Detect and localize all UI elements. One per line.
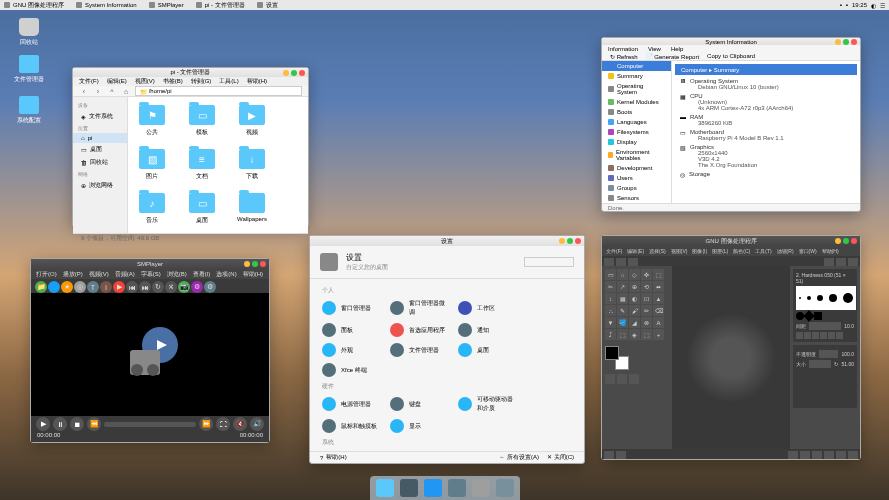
folder-item[interactable]: ♪音乐 (136, 193, 168, 225)
tool-button[interactable]: ○ (617, 269, 628, 280)
tool-button[interactable]: ⊗ (641, 317, 652, 328)
menu-view[interactable]: 视图(V) (671, 248, 688, 254)
minimize-button[interactable] (244, 261, 250, 267)
menu-browse[interactable]: 浏览(B) (167, 270, 187, 279)
open-file-button[interactable]: 📁 (35, 281, 47, 293)
tree-item[interactable]: Summary (602, 71, 671, 81)
menu-tools[interactable]: 工具(L) (219, 77, 238, 86)
menu-subtitle[interactable]: 字幕(S) (141, 270, 161, 279)
tab-button[interactable] (848, 258, 858, 266)
dock-item-browser[interactable] (424, 479, 442, 497)
equalizer-button[interactable]: ⚙ (191, 281, 203, 293)
tool-button[interactable]: ⬌ (653, 281, 664, 292)
back-button[interactable]: ‹ (79, 86, 89, 96)
opacity-slider[interactable] (819, 350, 838, 358)
settings-item[interactable]: 面板 (322, 321, 382, 339)
close-button[interactable] (260, 261, 266, 267)
tool-option[interactable] (629, 374, 639, 384)
menu-help[interactable]: Help (671, 46, 683, 52)
tool-button[interactable]: ✜ (641, 269, 652, 280)
tool-button[interactable]: ⬚ (617, 329, 628, 340)
tool-button[interactable]: ⬚ (653, 269, 664, 280)
menu-bookmarks[interactable]: 书签(B) (163, 77, 183, 86)
stop-button[interactable]: ⏹ (70, 417, 84, 431)
maximize-button[interactable] (567, 238, 573, 244)
menu-view[interactable]: 视图(V) (135, 77, 155, 86)
panel-button[interactable] (836, 332, 843, 339)
close-button[interactable]: ✕ 关闭(C) (547, 453, 574, 462)
status-button[interactable] (616, 451, 626, 459)
titlebar[interactable]: 设置 (310, 236, 584, 246)
mute-button[interactable]: 🔇 (233, 417, 247, 431)
tree-item[interactable]: Boots (602, 107, 671, 117)
settings-item[interactable]: 窗口管理器 (322, 297, 382, 319)
spacing-slider[interactable] (809, 322, 841, 330)
prev-button[interactable]: ⏮ (126, 281, 138, 293)
status-button[interactable] (812, 451, 822, 459)
volume-button[interactable]: 🔊 (250, 417, 264, 431)
tool-button[interactable]: ▭ (605, 269, 616, 280)
menu-info[interactable]: Information (608, 46, 638, 52)
maximize-button[interactable] (291, 70, 297, 76)
menu-help[interactable]: 帮助(H) (247, 77, 267, 86)
close-button[interactable] (575, 238, 581, 244)
fg-color[interactable] (605, 346, 619, 360)
settings-item[interactable]: 外观 (322, 341, 382, 359)
minimize-button[interactable] (283, 70, 289, 76)
tool-button[interactable]: ▲ (653, 293, 664, 304)
pause-button[interactable]: ⏸ (53, 417, 67, 431)
menu-video[interactable]: 视频(V) (89, 270, 109, 279)
tree-item[interactable]: Environment Variables (602, 147, 671, 163)
path-bar[interactable]: 📁 /home/pi (135, 86, 302, 96)
tool-button[interactable]: ⊡ (641, 293, 652, 304)
color-swatches[interactable] (605, 346, 629, 370)
video-area[interactable] (31, 293, 269, 416)
size-slider[interactable] (809, 360, 831, 368)
menu-view[interactable]: View (648, 46, 661, 52)
folder-item[interactable]: ▧图片 (136, 149, 168, 181)
menu-edit[interactable]: 编辑(E) (627, 248, 644, 254)
tool-button[interactable]: ⊕ (629, 281, 640, 292)
close-button[interactable] (299, 70, 305, 76)
tool-button[interactable]: A (653, 317, 664, 328)
prefs-button[interactable]: ⚙ (204, 281, 216, 293)
copy-button[interactable]: Copy to Clipboard (707, 53, 755, 59)
sidebar-item-trash[interactable]: 🗑 回收站 (73, 156, 127, 169)
menu-view[interactable]: 查看(I) (193, 270, 211, 279)
tab-button[interactable] (824, 258, 834, 266)
status-button[interactable] (836, 451, 846, 459)
brush-preview[interactable] (796, 286, 856, 310)
dock-item-fm[interactable] (376, 479, 394, 497)
tab-button[interactable] (616, 258, 626, 266)
folder-item[interactable]: ⚑公共 (136, 105, 168, 137)
menu-file[interactable]: 文件(F) (79, 77, 99, 86)
tool-button[interactable]: ▦ (617, 293, 628, 304)
tool-button[interactable]: ∴ (605, 305, 616, 316)
close-button[interactable] (851, 238, 857, 244)
panel-button[interactable] (820, 332, 827, 339)
panel-button[interactable] (796, 332, 803, 339)
menu-options[interactable]: 选项(N) (216, 270, 236, 279)
status-button[interactable] (848, 451, 858, 459)
tree-item[interactable]: Display (602, 137, 671, 147)
close-button[interactable] (851, 39, 857, 45)
dock-item-settings[interactable] (448, 479, 466, 497)
status-button[interactable] (604, 451, 614, 459)
folder-item[interactable]: ▭桌面 (186, 193, 218, 225)
tool-button[interactable]: ◢ (629, 317, 640, 328)
menu-play[interactable]: 播放(P) (63, 270, 83, 279)
menu-open[interactable]: 打开(O) (36, 270, 57, 279)
tool-button[interactable]: ⬚ (641, 329, 652, 340)
youtube-button[interactable]: ▶ (113, 281, 125, 293)
tray-icon[interactable]: ◐ (871, 2, 876, 9)
file-view[interactable]: ⚑公共▭模板▶视频▧图片≡文档↓下载♪音乐▭桌面Wallpapers (128, 97, 308, 233)
folder-item[interactable]: ≡文档 (186, 149, 218, 181)
panel-button[interactable] (804, 332, 811, 339)
panel-button[interactable] (828, 332, 835, 339)
rewind-button[interactable]: ⏪ (87, 417, 101, 431)
folder-item[interactable]: Wallpapers (236, 193, 268, 225)
menu-tools[interactable]: 工具(T) (755, 248, 771, 254)
info-button[interactable]: i (100, 281, 112, 293)
menu-colors[interactable]: 颜色(C) (733, 248, 750, 254)
menu-file[interactable]: 文件(F) (606, 248, 622, 254)
